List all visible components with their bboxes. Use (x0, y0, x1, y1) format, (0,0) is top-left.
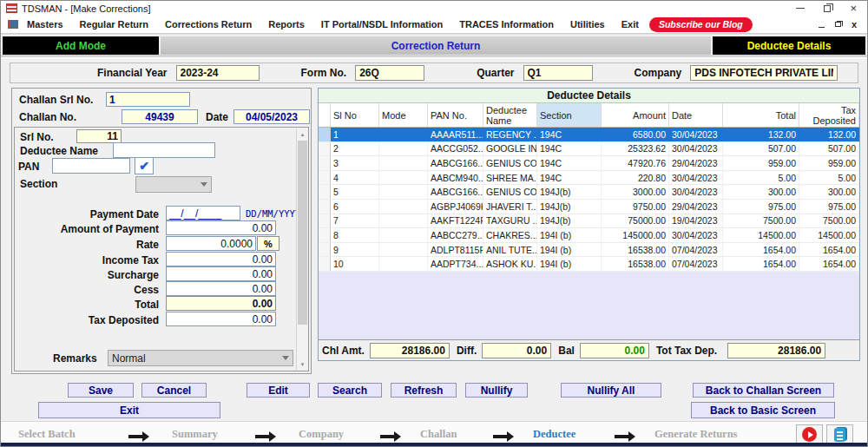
cell-name: ANIL TUTE... (483, 243, 537, 257)
cancel-button[interactable]: Cancel (141, 383, 207, 398)
cell-tax-deposited: 300.00 (799, 185, 859, 199)
cell-mode (379, 142, 428, 156)
table-row[interactable]: 7AAKFT1224FTAXGURU ...194J(b)75000.0019/… (319, 214, 859, 229)
menu-item-regular-return[interactable]: Regular Return (80, 19, 148, 30)
cell-pan: AABCG166... (428, 156, 483, 170)
deductee-name-field[interactable] (113, 142, 215, 158)
tot-tax-dep-label: Tot Tax Dep. (656, 345, 717, 357)
minimize-icon[interactable] (796, 8, 805, 9)
remarks-dropdown[interactable]: Normal (108, 350, 293, 366)
quarter-field[interactable] (523, 65, 593, 81)
row-selector[interactable] (319, 171, 331, 185)
table-row[interactable]: 4AABCM940...SHREE MA...194C220.8030/04/2… (319, 171, 859, 186)
table-row[interactable]: 1AAAAR511...REGENCY ...194C6580.0030/04/… (319, 128, 859, 142)
column-header-amount[interactable]: Amount (602, 103, 669, 127)
menu-item-it-portal-nsdl-information[interactable]: IT Portal/NSDL Information (321, 19, 443, 30)
challan-date-field[interactable] (233, 109, 310, 124)
cell-tax-deposited: 5.00 (799, 171, 859, 185)
table-row[interactable]: 3AABCG166...GENIUS CO...194C47920.7629/0… (319, 156, 859, 171)
add-mode-banner: Add Mode (3, 36, 159, 55)
financial-year-field[interactable] (176, 65, 260, 81)
notes-button[interactable] (826, 424, 853, 444)
close-icon[interactable]: × (850, 4, 857, 13)
row-selector[interactable] (319, 228, 331, 242)
form-no-field[interactable] (355, 65, 424, 81)
row-selector[interactable] (319, 156, 331, 170)
scroll-down-icon[interactable]: ▼ (297, 358, 308, 370)
cell-section: 194J(b) (537, 185, 602, 199)
pan-field[interactable] (52, 158, 130, 174)
menu-item-corrections-return[interactable]: Corrections Return (165, 19, 252, 30)
table-row[interactable]: 9ADLPT8115FANIL TUTE...194I (b)16538.000… (319, 243, 859, 258)
surcharge-field[interactable] (166, 266, 276, 281)
youtube-icon (802, 427, 817, 442)
column-header-sl-no[interactable]: Sl No (331, 103, 379, 127)
column-header-total[interactable]: Total (723, 103, 799, 127)
diff-value: 0.00 (482, 343, 551, 358)
cess-field[interactable] (166, 281, 276, 296)
scroll-up-icon[interactable]: ▲ (297, 128, 308, 140)
table-row[interactable]: 2AACCG052...GOOGLE IN...194C25323.6230/0… (319, 142, 859, 157)
row-selector[interactable] (319, 257, 331, 271)
menu-item-masters[interactable]: Masters (27, 19, 63, 30)
rate-field[interactable] (166, 236, 256, 251)
back-to-basic-screen-button[interactable]: Back to Basic Screen (691, 402, 835, 418)
exit-button[interactable]: Exit (38, 402, 220, 418)
save-button[interactable]: Save (68, 383, 134, 398)
menu-item-reports[interactable]: Reports (268, 19, 305, 30)
bal-value: 0.00 (580, 343, 649, 358)
restore-icon[interactable] (824, 5, 831, 12)
column-header-mode[interactable]: Mode (379, 103, 428, 127)
nullify-button[interactable]: Nullify (465, 383, 528, 398)
column-header-section[interactable]: Section (537, 103, 602, 127)
column-header-pan-no[interactable]: PAN No. (428, 103, 483, 127)
breadcrumb-step-company: Company (299, 428, 344, 441)
pan-verify-button[interactable]: ✔ (135, 157, 154, 174)
chl-amt-value: 28186.00 (370, 343, 450, 358)
refresh-button[interactable]: Refresh (391, 383, 457, 398)
column-header-date[interactable]: Date (669, 103, 723, 127)
row-selector[interactable] (319, 128, 331, 141)
column-header-deductee-name[interactable]: Deductee Name (483, 103, 537, 127)
row-selector[interactable] (319, 214, 331, 228)
company-field[interactable] (690, 65, 838, 81)
menu-item-traces-information[interactable]: TRACES Information (459, 19, 554, 30)
column-header-tax-deposited[interactable]: Tax Deposited (799, 103, 859, 127)
section-dropdown[interactable] (135, 176, 212, 193)
tax-deposited-field[interactable] (166, 312, 276, 326)
form-scrollbar[interactable]: ▲ ▼ (296, 128, 307, 370)
cell-amount: 47920.76 (602, 156, 669, 170)
nullify-all-button[interactable]: Nullify All (561, 383, 661, 398)
scrollbar-thumb[interactable] (298, 141, 307, 325)
menu-item-exit[interactable]: Exit (621, 19, 639, 30)
srl-no-label: Srl No. (20, 131, 54, 143)
mdi-minimize-icon[interactable] (819, 27, 825, 28)
total-field[interactable] (166, 296, 276, 311)
cell-tax-deposited: 975.00 (799, 200, 859, 214)
cell-date: 29/04/2023 (669, 200, 723, 214)
table-row[interactable]: 6AGBPJ4069KJHAVERI T...194J(b)9750.0029/… (319, 200, 859, 214)
cell-total: 132.00 (723, 128, 799, 141)
table-row[interactable]: 5AABCG166...GENIUS CO...194J(b)3000.0030… (319, 185, 859, 200)
income-tax-field[interactable] (166, 252, 276, 266)
edit-button[interactable]: Edit (247, 383, 310, 398)
payment-date-field[interactable] (166, 206, 240, 220)
back-to-challan-screen-button[interactable]: Back to Challan Screen (693, 383, 834, 398)
row-selector[interactable] (319, 142, 331, 156)
srl-no-field[interactable] (76, 129, 122, 143)
cell-name: GENIUS CO... (483, 156, 537, 170)
subscribe-blog-badge[interactable]: Subscribe our Blog (649, 17, 753, 32)
amount-of-payment-field[interactable] (166, 220, 276, 235)
table-row[interactable]: 10AADPT734...ASHOK KU...194I (b)16538.00… (319, 257, 859, 272)
row-selector[interactable] (319, 243, 331, 257)
challan-no-field[interactable] (122, 109, 198, 124)
search-button[interactable]: Search (318, 383, 382, 398)
row-selector[interactable] (319, 200, 331, 214)
mdi-close-icon[interactable]: x (852, 21, 857, 29)
challan-srl-no-field[interactable] (106, 92, 190, 107)
menu-item-utilities[interactable]: Utilities (570, 19, 605, 30)
table-row[interactable]: 8AABCC279...CHAKRES...194I (b)145000.003… (319, 228, 859, 243)
mdi-restore-icon[interactable] (835, 22, 841, 27)
row-selector[interactable] (319, 185, 331, 199)
video-help-button[interactable] (796, 424, 823, 444)
